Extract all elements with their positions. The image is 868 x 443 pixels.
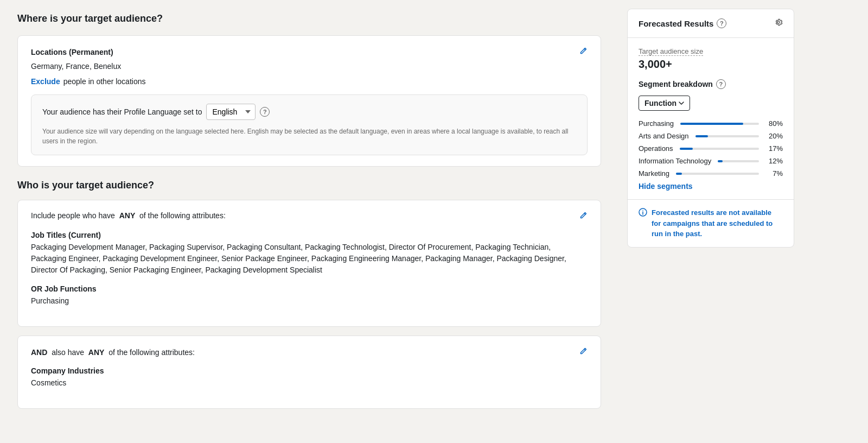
and-header: AND also have ANY of the following attri… (31, 347, 588, 358)
segment-row-arts: Arts and Design 20% (639, 132, 783, 140)
and-edit-icon[interactable] (579, 347, 588, 358)
language-row: Your audience has their Profile Language… (42, 104, 576, 120)
function-dropdown[interactable]: Function (639, 96, 690, 111)
segment-row-purchasing: Purchasing 80% (639, 119, 783, 128)
segment-bar-container-it (718, 160, 759, 162)
any-label-2: ANY (88, 348, 105, 357)
segment-breakdown-label: Segment breakdown (639, 80, 713, 88)
warning-text: Forecasted results are not available for… (652, 207, 783, 239)
and-text: AND also have ANY of the following attri… (31, 348, 195, 357)
warning-info-icon (639, 208, 647, 218)
forecasted-header: Forecasted Results ? (628, 9, 794, 38)
segment-name-it: Information Technology (639, 157, 711, 165)
include-text: Include people who have ANY of the follo… (31, 211, 226, 220)
and-section-card: AND also have ANY of the following attri… (17, 336, 601, 409)
company-industries-group: Company Industries Cosmetics (31, 366, 588, 389)
segment-name-purchasing: Purchasing (639, 119, 674, 128)
segment-name-arts: Arts and Design (639, 132, 689, 140)
segment-pct-arts: 20% (765, 132, 783, 140)
hide-segments-link[interactable]: Hide segments (639, 182, 783, 191)
forecasted-title: Forecasted Results (639, 19, 713, 28)
audience-size-value: 3,000+ (639, 58, 783, 71)
and-middle: also have (52, 348, 84, 357)
job-titles-label: Job Titles (Current) (31, 231, 588, 239)
location-value: Germany, France, Benelux (31, 62, 588, 71)
segment-pct-purchasing: 80% (765, 119, 783, 128)
segment-bar-container-operations (680, 148, 759, 150)
segment-bar-operations (680, 148, 693, 150)
company-industries-label: Company Industries (31, 366, 588, 375)
include-edit-icon[interactable] (579, 211, 588, 222)
segment-bar-purchasing (680, 123, 743, 125)
or-connector: OR Job Functions (31, 284, 588, 293)
segment-name-operations: Operations (639, 144, 673, 153)
forecasted-title-row: Forecasted Results ? (639, 18, 726, 28)
company-industries-value: Cosmetics (31, 377, 588, 389)
function-dropdown-label: Function (644, 99, 676, 107)
exclude-desc: people in other locations (63, 77, 146, 86)
locations-header: Locations (Permanent) (31, 47, 588, 58)
exclude-row: Exclude people in other locations (31, 77, 588, 86)
job-titles-value: Packaging Development Manager, Packaging… (31, 242, 588, 276)
segment-row-operations: Operations 17% (639, 144, 783, 153)
and-suffix: of the following attributes: (108, 348, 195, 357)
page-title: Where is your target audience? (17, 13, 601, 24)
job-titles-group: Job Titles (Current) Packaging Developme… (31, 231, 588, 276)
gear-icon[interactable] (774, 18, 783, 29)
segment-bar-marketing (676, 173, 682, 175)
svg-point-1 (642, 210, 643, 211)
segment-bar-arts (695, 135, 709, 137)
segment-bar-container-purchasing (680, 123, 759, 125)
language-section: Your audience has their Profile Language… (31, 94, 588, 155)
forecasted-panel: Forecasted Results ? Target audience siz… (627, 9, 794, 248)
sidebar: Forecasted Results ? Target audience siz… (618, 0, 803, 443)
include-header: Include people who have ANY of the follo… (31, 211, 588, 222)
forecasted-warning: Forecasted results are not available for… (628, 199, 794, 247)
segments-list: Purchasing 80% Arts and Design 20% Opera… (639, 119, 783, 178)
exclude-link[interactable]: Exclude (31, 77, 60, 86)
locations-label: Locations (Permanent) (31, 48, 113, 56)
segment-bar-container-marketing (676, 173, 759, 175)
language-prefix: Your audience has their Profile Language… (42, 107, 202, 116)
and-label: AND (31, 348, 47, 357)
language-note: Your audience size will vary depending o… (42, 126, 576, 146)
any-label-1: ANY (119, 211, 136, 220)
language-help-icon[interactable]: ? (260, 107, 270, 117)
job-functions-value: Purchasing (31, 295, 588, 307)
segment-bar-container-arts (695, 135, 760, 137)
job-functions-group: OR Job Functions Purchasing (31, 284, 588, 307)
segment-pct-marketing: 7% (765, 169, 783, 178)
segment-pct-it: 12% (765, 157, 783, 165)
locations-edit-icon[interactable] (579, 47, 588, 58)
include-prefix: Include people who have (31, 211, 115, 220)
segment-bar-it (718, 160, 723, 162)
target-audience-title: Who is your target audience? (17, 180, 601, 191)
segment-row-marketing: Marketing 7% (639, 169, 783, 178)
language-select[interactable]: English French German Spanish (206, 104, 256, 120)
audience-size-label: Target audience size (639, 47, 703, 56)
locations-card: Locations (Permanent) Germany, France, B… (17, 35, 601, 167)
include-section-card: Include people who have ANY of the follo… (17, 200, 601, 327)
segment-pct-operations: 17% (765, 144, 783, 153)
segment-breakdown-help-icon[interactable]: ? (716, 79, 726, 89)
include-suffix: of the following attributes: (139, 211, 226, 220)
segment-row-it: Information Technology 12% (639, 157, 783, 165)
forecasted-body: Target audience size 3,000+ Segment brea… (628, 38, 794, 199)
forecasted-help-icon[interactable]: ? (717, 18, 726, 28)
segment-breakdown-header: Segment breakdown ? (639, 79, 783, 89)
segment-name-marketing: Marketing (639, 169, 669, 178)
